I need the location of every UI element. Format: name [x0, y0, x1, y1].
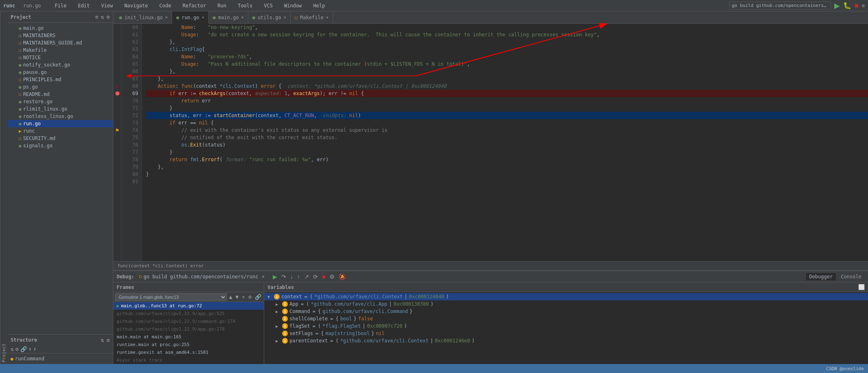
async-stack-trace[interactable]: Async stack trace	[113, 356, 264, 364]
frames-add-btn[interactable]: +	[241, 293, 246, 301]
var-expand-flagset[interactable]: ▶	[276, 324, 280, 329]
tree-item-notice[interactable]: ◻ NOTICE	[7, 54, 113, 61]
var-item-flagset[interactable]: ▶ i flagSet = (*flag.FlagSet | 0xc00007c…	[264, 322, 868, 330]
debug-session-close-btn[interactable]: ×	[262, 274, 265, 280]
var-item-setflags[interactable]: i setFlags = {map[string]bool} nil	[264, 330, 868, 337]
tree-item-restore[interactable]: ● restore.go	[7, 98, 113, 105]
var-expand-command[interactable]: ▶	[276, 309, 280, 314]
gutter-65	[113, 60, 121, 68]
tree-item-ps[interactable]: ● ps.go	[7, 83, 113, 91]
frame-active-icon: ▶	[117, 303, 119, 309]
variables-copy-icon[interactable]: ⬜	[858, 284, 865, 290]
tab-close-2[interactable]: ×	[202, 15, 204, 20]
structure-toolbar-icon-1[interactable]: ⇅	[11, 346, 14, 352]
menu-code[interactable]: Code	[157, 2, 174, 9]
settings-icon[interactable]: ⚙	[862, 3, 865, 9]
tab-utils-go[interactable]: ● utils.go ×	[248, 11, 291, 24]
frame-item-6[interactable]: runtime.goexit at asm_amd64.s:1581	[113, 349, 264, 356]
sidebar-collapse-icon[interactable]: ≡	[95, 14, 99, 20]
var-item-parent-context[interactable]: ▶ i parentContext = (*github.com/urfave/…	[264, 337, 868, 344]
structure-sort-icon[interactable]: ⇅	[101, 337, 104, 343]
menu-help[interactable]: Help	[311, 2, 327, 9]
debugger-tab-btn[interactable]: Debugger	[806, 273, 836, 280]
code-line-62: },	[146, 38, 868, 46]
var-item-context[interactable]: ▼ i context = (*github.com/urfave/cli.Co…	[264, 293, 868, 300]
debug-step-out-btn[interactable]: ↑	[296, 273, 302, 281]
tab-makefile[interactable]: ◻ Makefile ×	[291, 11, 333, 24]
tree-item-pause[interactable]: ● pause.go	[7, 69, 113, 76]
debug-step-over-btn[interactable]: ↷	[280, 273, 288, 281]
menu-refactor[interactable]: Refactor	[180, 2, 209, 9]
structure-toolbar-icon-3[interactable]: 🔗	[20, 346, 27, 352]
menu-window[interactable]: Window	[282, 2, 304, 9]
tab-run-go[interactable]: ● run.go ×	[172, 11, 209, 24]
frames-next-btn[interactable]: ▼	[235, 293, 240, 301]
structure-toolbar-icon-5[interactable]: ⬇	[33, 346, 36, 352]
frame-item-2[interactable]: github.com/urfave/cli@v1.22.9/command.go…	[113, 317, 264, 325]
frame-item-0[interactable]: ▶ main.glob..func13 at run.go:72	[113, 302, 264, 310]
menu-navigate[interactable]: Navigate	[122, 2, 150, 9]
menu-vcs[interactable]: VCS	[261, 2, 275, 9]
tree-item-maintainers[interactable]: ◻ MAINTAINERS	[7, 32, 113, 39]
debug-resume-btn[interactable]: ▶	[271, 273, 279, 281]
debug-settings-btn[interactable]: ⚙	[328, 273, 336, 281]
frame-label-5: runtime.main at proc.go:255	[117, 342, 190, 347]
menu-view[interactable]: View	[99, 2, 115, 9]
goroutine-selector[interactable]: Goroutine 1 main.glob..func13	[115, 293, 227, 301]
sidebar-settings-icon[interactable]: ⚙	[106, 14, 110, 20]
structure-item-run-command[interactable]: ● runCommand	[7, 355, 113, 362]
var-expand-parent[interactable]: ▶	[276, 339, 280, 343]
structure-toolbar-icon-4[interactable]: ⬆	[29, 346, 32, 352]
debug-run-cursor-btn[interactable]: ↗	[303, 273, 311, 281]
tree-item-makefile[interactable]: ◻ Makefile	[7, 47, 113, 54]
stop-button[interactable]: ■	[855, 2, 859, 9]
menu-file[interactable]: File	[52, 2, 69, 9]
tab-close-1[interactable]: ×	[165, 15, 168, 20]
debug-step-into-btn[interactable]: ↓	[289, 273, 295, 281]
var-item-app[interactable]: ▶ i App = (*github.com/urfave/cli.App | …	[264, 300, 868, 308]
frame-label-6: runtime.goexit at asm_amd64.s:1581	[117, 350, 208, 355]
tree-item-rlimit[interactable]: ● rlimit_linux.go	[7, 105, 113, 113]
tree-item-readme[interactable]: ◻ README.md	[7, 91, 113, 98]
tree-item-rootless[interactable]: ● rootless_linux.go	[7, 113, 113, 120]
var-item-command[interactable]: ▶ i Command = {github.com/urfave/cli.Com…	[264, 308, 868, 315]
run-button[interactable]: ▶	[834, 1, 840, 10]
frame-item-4[interactable]: main.main at main.go:165	[113, 333, 264, 341]
tab-main-go[interactable]: ● main.go ×	[209, 11, 248, 24]
tree-item-maintainers-guide[interactable]: ◻ MAINTAINERS_GUIDE.md	[7, 39, 113, 47]
frame-item-1[interactable]: github.com/urfave/cli@v1.22.9/app.go:525	[113, 310, 264, 317]
menu-edit[interactable]: Edit	[75, 2, 92, 9]
tree-item-signals[interactable]: ● signals.go	[7, 142, 113, 149]
tab-close-3[interactable]: ×	[241, 15, 244, 20]
frame-item-5[interactable]: runtime.main at proc.go:255	[113, 341, 264, 349]
run-config-selector[interactable]: go build github.com/opencontainers/runc.…	[729, 2, 831, 9]
structure-settings-icon[interactable]: ⚙	[106, 337, 110, 343]
code-editor[interactable]: Name: "no-new-keyring", Usage: "do not c…	[142, 24, 868, 261]
tree-item-principles[interactable]: ◻ PRINCIPLES.md	[7, 76, 113, 83]
frames-prev-btn[interactable]: ▲	[228, 293, 233, 301]
sidebar-sort-icon[interactable]: ⇅	[101, 14, 104, 20]
var-expand-context[interactable]: ▼	[267, 295, 272, 299]
structure-toolbar-icon-2[interactable]: ⚙	[15, 346, 19, 352]
tab-close-4[interactable]: ×	[284, 15, 286, 20]
tab-init-linux[interactable]: ● init_linux.go ×	[115, 11, 172, 24]
tree-item-runc[interactable]: ▶ runc	[7, 127, 113, 135]
var-item-shell-complete[interactable]: i shellComplete = {bool} false	[264, 315, 868, 322]
frames-settings-btn[interactable]: ⚙	[247, 293, 252, 301]
tree-item-run[interactable]: ● run.go	[7, 120, 113, 127]
debug-stop-btn[interactable]: ■	[320, 273, 327, 281]
debug-restart-btn[interactable]: ⟳	[311, 273, 320, 281]
tree-item-notify-socket[interactable]: ● notify_socket.go	[7, 61, 113, 69]
frame-item-3[interactable]: github.com/urfave/cli@v1.22.9/app.go:278	[113, 325, 264, 333]
console-tab-btn[interactable]: Console	[837, 273, 865, 280]
menu-tools[interactable]: Tools	[235, 2, 255, 9]
debug-button[interactable]: 🐛	[843, 2, 851, 9]
var-expand-app[interactable]: ▶	[276, 302, 280, 306]
frames-filter-btn[interactable]: 🔗	[254, 293, 262, 301]
gutter-61	[113, 31, 121, 38]
tree-item-main-go[interactable]: ● main.go	[7, 24, 113, 32]
menu-run[interactable]: Run	[215, 2, 229, 9]
debug-mute-btn[interactable]: 🔕	[337, 273, 347, 281]
tree-item-security[interactable]: ◻ SECURITY.md	[7, 135, 113, 142]
tab-close-5[interactable]: ×	[326, 15, 329, 20]
